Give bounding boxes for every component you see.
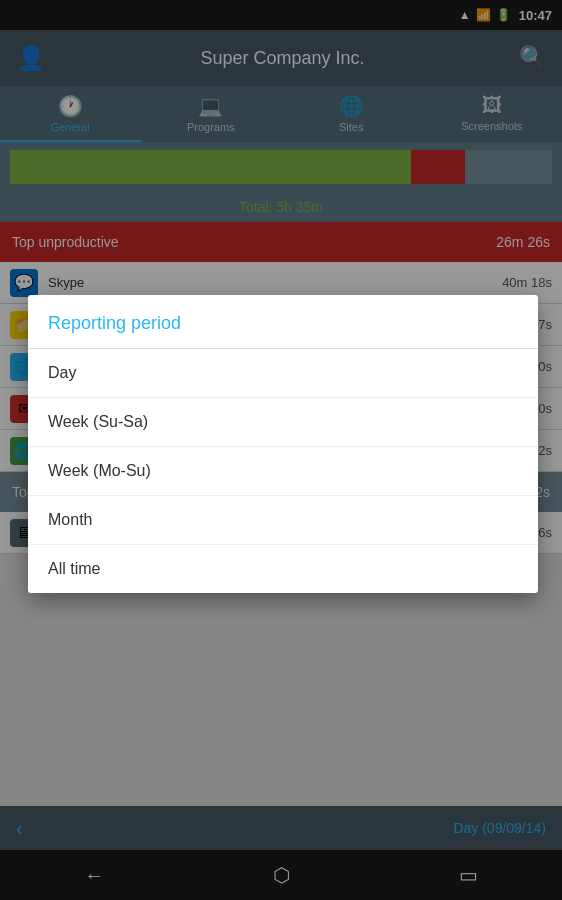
dialog-option-week-su-sa[interactable]: Week (Su-Sa) <box>28 398 538 447</box>
reporting-period-dialog: Reporting period Day Week (Su-Sa) Week (… <box>28 295 538 593</box>
dialog-title: Reporting period <box>28 295 538 349</box>
dialog-option-all-time[interactable]: All time <box>28 545 538 593</box>
dialog-option-day[interactable]: Day <box>28 349 538 398</box>
dialog-option-month[interactable]: Month <box>28 496 538 545</box>
dialog-option-week-mo-su[interactable]: Week (Mo-Su) <box>28 447 538 496</box>
